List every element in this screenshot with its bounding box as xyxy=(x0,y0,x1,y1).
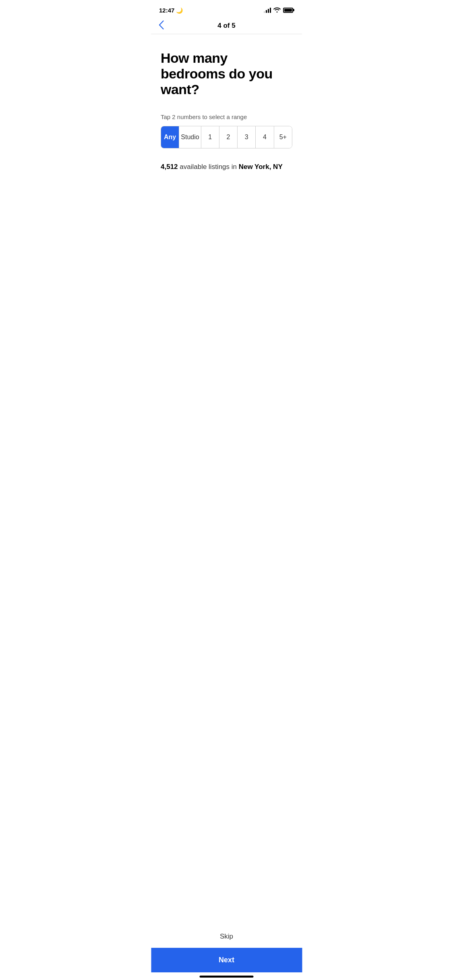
bedroom-option-studio[interactable]: Studio xyxy=(179,126,201,148)
back-button[interactable] xyxy=(159,21,164,31)
bedroom-option-2[interactable]: 2 xyxy=(219,126,238,148)
bedroom-options: Any Studio 1 2 3 4 5+ xyxy=(161,126,292,148)
status-time: 12:47🌙 xyxy=(159,7,183,14)
instruction-text: Tap 2 numbers to select a range xyxy=(161,113,292,120)
signal-icon xyxy=(264,7,271,13)
status-icons xyxy=(264,7,294,14)
listings-count: 4,512 xyxy=(161,163,178,171)
bedroom-option-any[interactable]: Any xyxy=(161,126,179,148)
bedroom-option-5plus[interactable]: 5+ xyxy=(274,126,292,148)
nav-bar: 4 of 5 xyxy=(151,18,302,34)
bedroom-option-3[interactable]: 3 xyxy=(238,126,256,148)
available-listings: 4,512 available listings in New York, NY xyxy=(161,163,292,171)
wifi-icon xyxy=(273,7,281,14)
listings-location: New York, NY xyxy=(239,163,283,171)
step-indicator: 4 of 5 xyxy=(217,22,235,30)
moon-icon: 🌙 xyxy=(176,7,183,14)
status-bar: 12:47🌙 xyxy=(151,0,302,18)
bedroom-option-1[interactable]: 1 xyxy=(201,126,219,148)
bedroom-option-4[interactable]: 4 xyxy=(256,126,274,148)
question-title: How many bedrooms do you want? xyxy=(161,50,292,97)
main-content: How many bedrooms do you want? Tap 2 num… xyxy=(151,34,302,179)
battery-icon xyxy=(283,8,294,13)
